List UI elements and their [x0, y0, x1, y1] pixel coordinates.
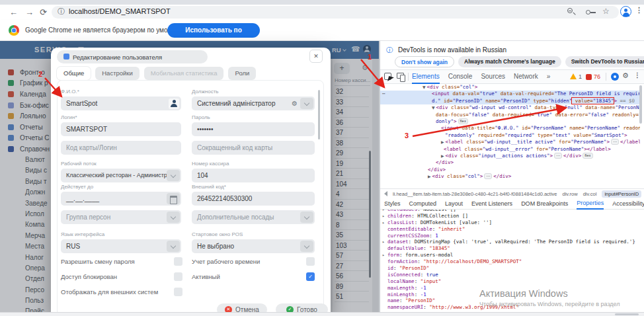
person-group-select[interactable]: Группа персон: [61, 210, 181, 224]
devtools-notification-button[interactable]: Switch DevTools to Russian: [565, 56, 644, 67]
password-key-icon[interactable]: [586, 10, 590, 15]
breadcrumb-scroll-icon[interactable]: [384, 191, 387, 196]
warning-icon[interactable]: [570, 73, 577, 79]
short-card-code-input[interactable]: Сокращенный код карты: [192, 141, 315, 155]
panel-tab-event-listeners[interactable]: Event Listeners: [471, 199, 512, 209]
devtools-tab-elements[interactable]: Elements: [412, 70, 440, 84]
use-default-button[interactable]: Использовать по умолчанию: [167, 23, 260, 38]
elements-tree-node[interactable]: ▶ <div class="col">⋯</div>: [380, 173, 640, 180]
panel-tab-layout[interactable]: Layout: [445, 199, 463, 209]
elements-tree-node[interactable]: ▶ <label class="wd-input__title active" …: [380, 139, 640, 145]
card-code-input[interactable]: Код карты/Логин: [61, 141, 181, 155]
devtools-tab-sources[interactable]: Sources: [481, 70, 505, 84]
expand-arrow-icon[interactable]: ▸: [382, 220, 387, 226]
interface-language-select[interactable]: RUS: [61, 239, 181, 253]
bottom-scrollbar-thumb[interactable]: [615, 313, 639, 315]
more-actions-icon[interactable]: ⋯: [382, 91, 385, 97]
device-toolbar-icon[interactable]: [397, 73, 404, 79]
elements-tree-node[interactable]: d." id="PersonID" name="PersonID" type="…: [380, 98, 640, 104]
breadcrumb-item[interactable]: div.row: [563, 191, 578, 197]
inline-badge[interactable]: ⋯: [611, 139, 619, 145]
property-row[interactable]: contentEditable: "inherit": [382, 226, 642, 233]
inline-badge[interactable]: flex: [458, 118, 468, 124]
checkbox[interactable]: [174, 257, 182, 266]
forward-icon[interactable]: →: [25, 5, 34, 20]
devtools-update-icon[interactable]: [611, 73, 619, 81]
property-row[interactable]: isConnected: true: [382, 272, 642, 278]
elements-tree-node[interactable]: ▼ <div class="wd-input wd-control" data-…: [380, 104, 640, 111]
devtools-tab--[interactable]: »: [547, 70, 551, 84]
devtools-tab-network[interactable]: Network: [514, 70, 538, 84]
error-icon[interactable]: [586, 74, 592, 80]
breadcrumb-item[interactable]: li.head__item.tab-item.tab-28e308e0-c480…: [393, 191, 557, 197]
position-select[interactable]: Системний адміністратор⚙: [192, 97, 315, 110]
expand-arrow-icon[interactable]: ▸: [382, 239, 387, 245]
inline-badge[interactable]: flex: [583, 153, 592, 159]
additional-positions-select[interactable]: Дополнительные посады: [192, 210, 315, 224]
property-row[interactable]: defaultValue: "18345": [382, 245, 642, 252]
modal-tab--[interactable]: Общие: [57, 67, 91, 80]
back-icon[interactable]: ←: [9, 5, 18, 20]
elements-tree-node[interactable]: donly">flex: [380, 118, 640, 125]
chevron-down-icon[interactable]: [300, 98, 313, 109]
elements-tree-node[interactable]: </div>: [380, 159, 640, 166]
property-row[interactable]: id: "PersonID": [382, 265, 642, 272]
fio-input[interactable]: SmartSpot: [61, 97, 181, 110]
panel-tab-properties[interactable]: Properties: [577, 198, 604, 210]
start-window-select[interactable]: Не выбрано: [192, 239, 315, 253]
elements-tree-node[interactable]: </div>: [380, 167, 640, 173]
bookmark-star-icon[interactable]: ☆: [602, 7, 610, 16]
inspect-element-icon[interactable]: [384, 73, 391, 80]
checkbox[interactable]: [306, 257, 315, 266]
expand-arrow-icon[interactable]: ▸: [382, 214, 387, 219]
elements-tree-node[interactable]: <input data-title="Ф.И.О." id="PersonNam…: [380, 125, 640, 132]
chevron-down-icon[interactable]: [167, 212, 180, 223]
devtools-tab-console[interactable]: Console: [448, 70, 473, 84]
browser-menu-icon[interactable]: ⋮: [635, 6, 643, 15]
elements-tree-node[interactable]: ▼ <div class="col">: [380, 84, 640, 91]
close-icon[interactable]: ✕: [309, 50, 323, 63]
chevron-down-icon[interactable]: [300, 212, 313, 223]
modal-tab--[interactable]: Настройки: [95, 67, 140, 80]
elements-scrollbar[interactable]: [639, 85, 642, 124]
bottom-scrollbar-track[interactable]: [0, 312, 644, 316]
property-row[interactable]: ▸form: form.users-modal: [382, 252, 642, 258]
cashier-number-input[interactable]: 104: [192, 169, 315, 182]
devtools-settings-icon[interactable]: ⚙: [622, 71, 629, 80]
reload-icon[interactable]: ⟳: [40, 5, 47, 20]
panel-tab-dom-breakpoints[interactable]: DOM Breakpoints: [521, 199, 568, 209]
property-row[interactable]: ▸children: HTMLCollection []: [382, 213, 642, 219]
chevron-down-icon[interactable]: [300, 241, 313, 252]
profile-avatar[interactable]: [620, 6, 631, 17]
property-row[interactable]: ▸classList: DOMTokenList [value: '']: [382, 219, 642, 226]
property-row[interactable]: ▸dataset: DOMStringMap {val: 'true', val…: [382, 239, 642, 245]
modal-tab--[interactable]: Мобильная статистика: [144, 67, 224, 80]
password-input[interactable]: •••••••: [192, 122, 315, 136]
breadcrumb-item[interactable]: input#PersonID: [602, 190, 641, 198]
page-info-icon[interactable]: ⓘ: [58, 7, 65, 17]
person-icon[interactable]: [169, 99, 179, 109]
error-count[interactable]: 76: [594, 73, 600, 80]
warning-count[interactable]: 1: [579, 73, 582, 80]
breadcrumb-item[interactable]: div.col: [583, 191, 597, 197]
elements-tree-node[interactable]: ⋯<input data-val="true" data-val-require…: [380, 91, 640, 97]
elements-tree-node[interactable]: data-focus="false" data-required="true" …: [380, 112, 640, 118]
chevron-down-icon[interactable]: [167, 241, 180, 252]
valid-until-input[interactable]: __.__.____: [61, 192, 181, 206]
panel-tab-computed[interactable]: Computed: [409, 199, 437, 209]
external-code-input[interactable]: 264522140530300: [192, 192, 315, 206]
checkbox[interactable]: [174, 288, 182, 296]
elements-tree-node[interactable]: <label class="wd-input__error" for="Pers…: [380, 146, 640, 153]
devtools-menu-icon[interactable]: ⋮: [634, 71, 641, 79]
chevron-down-icon[interactable]: [167, 170, 180, 181]
devtools-notification-button[interactable]: Always match Chrome's language: [458, 56, 561, 67]
elements-tree-node[interactable]: ▶ <div class="input__actions actions">⋯<…: [380, 153, 640, 159]
devtools-notification-button[interactable]: Don't show again: [395, 56, 454, 67]
inline-badge[interactable]: ⋯: [484, 173, 492, 179]
elements-tree-node[interactable]: "readonly" required="required" type="tex…: [380, 132, 640, 139]
property-row[interactable]: localName: "input": [382, 278, 642, 285]
panel-tab-styles[interactable]: Styles: [384, 199, 401, 209]
checkbox[interactable]: [174, 272, 182, 281]
login-input[interactable]: SMARTSPOT: [61, 122, 181, 136]
property-row[interactable]: currentCSSZoom: 1: [382, 233, 642, 239]
